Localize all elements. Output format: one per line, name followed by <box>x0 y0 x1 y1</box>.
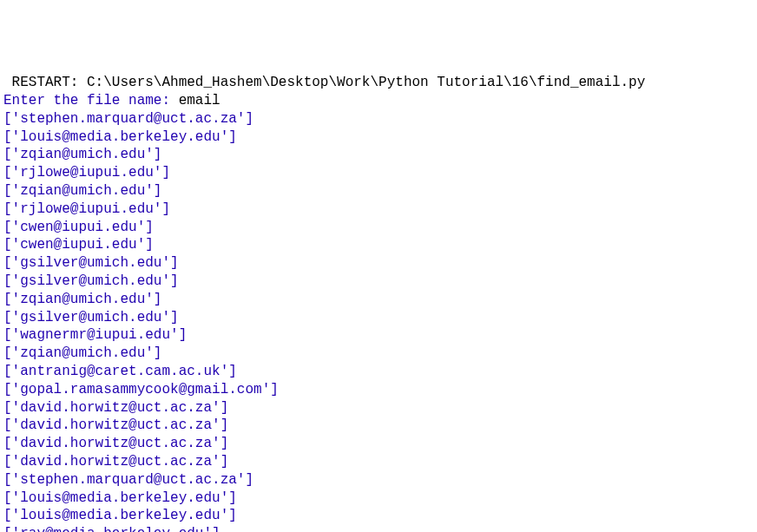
output-line: ['david.horwitz@uct.ac.za'] <box>3 453 754 471</box>
prompt-label: Enter the file name: <box>3 93 179 108</box>
restart-line: RESTART: C:\Users\Ahmed_Hashem\Desktop\W… <box>3 74 754 92</box>
restart-label: RESTART: <box>3 75 87 90</box>
output-line: ['zqian@umich.edu'] <box>3 291 754 309</box>
output-line: ['zqian@umich.edu'] <box>3 345 754 363</box>
restart-path: C:\Users\Ahmed_Hashem\Desktop\Work\Pytho… <box>87 75 654 90</box>
input-prompt-line[interactable]: Enter the file name: email <box>3 92 754 110</box>
output-line: ['antranig@caret.cam.ac.uk'] <box>3 363 754 381</box>
output-line: ['louis@media.berkeley.edu'] <box>3 489 754 508</box>
output-list: ['stephen.marquard@uct.ac.za']['louis@me… <box>3 110 754 532</box>
output-line: ['ray@media.berkeley.edu'] <box>3 525 754 532</box>
output-line: ['rjlowe@iupui.edu'] <box>3 200 754 219</box>
output-line: ['stephen.marquard@uct.ac.za'] <box>3 110 754 128</box>
output-line: ['louis@media.berkeley.edu'] <box>3 128 754 147</box>
output-line: ['stephen.marquard@uct.ac.za'] <box>3 471 754 489</box>
output-line: ['gsilver@umich.edu'] <box>3 273 754 291</box>
output-line: ['gsilver@umich.edu'] <box>3 254 754 273</box>
output-line: ['gopal.ramasammycook@gmail.com'] <box>3 381 754 399</box>
user-input: email <box>179 93 221 108</box>
output-line: ['rjlowe@iupui.edu'] <box>3 164 754 182</box>
output-line: ['cwen@iupui.edu'] <box>3 236 754 254</box>
console-output: RESTART: C:\Users\Ahmed_Hashem\Desktop\W… <box>3 74 754 532</box>
output-line: ['zqian@umich.edu'] <box>3 146 754 164</box>
output-line: ['louis@media.berkeley.edu'] <box>3 507 754 525</box>
output-line: ['david.horwitz@uct.ac.za'] <box>3 417 754 435</box>
output-line: ['david.horwitz@uct.ac.za'] <box>3 399 754 417</box>
output-line: ['gsilver@umich.edu'] <box>3 309 754 327</box>
output-line: ['zqian@umich.edu'] <box>3 182 754 200</box>
output-line: ['cwen@iupui.edu'] <box>3 219 754 237</box>
output-line: ['wagnermr@iupui.edu'] <box>3 326 754 345</box>
output-line: ['david.horwitz@uct.ac.za'] <box>3 435 754 453</box>
